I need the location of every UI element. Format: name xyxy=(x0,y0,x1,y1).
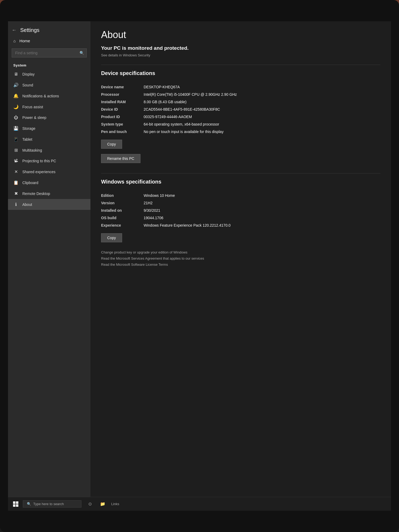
sidebar-item-notifications[interactable]: 🔔 Notifications & actions xyxy=(8,90,90,101)
experience-label: Experience xyxy=(101,223,144,227)
sidebar-header: ← Settings xyxy=(8,24,90,35)
product-id-value: 00325-97249-44446-AAOEM xyxy=(144,115,380,119)
taskbar-search[interactable]: 🔍 Type here to search xyxy=(23,500,81,508)
sidebar-item-tablet[interactable]: 📱 Tablet xyxy=(8,134,90,145)
sidebar-item-about[interactable]: ℹ About xyxy=(8,199,90,210)
device-spec-table: Device name DESKTOP-KHEQ67A Processor In… xyxy=(101,83,380,135)
sidebar-item-shared-label: Shared experiences xyxy=(22,170,56,174)
sidebar-item-storage[interactable]: 💾 Storage xyxy=(8,123,90,134)
system-type-value: 64-bit operating system, x64-based proce… xyxy=(144,122,380,126)
spec-row-os-build: OS build 19044.1706 xyxy=(101,214,380,222)
svg-rect-0 xyxy=(13,501,15,504)
device-specs-heading: Device specifications xyxy=(101,70,380,78)
search-icon: 🔍 xyxy=(80,51,84,55)
sidebar-item-display[interactable]: 🖥 Display xyxy=(8,69,90,80)
sidebar: ← Settings ⌂ Home 🔍 System 🖥 Display 🔊 S… xyxy=(8,21,90,511)
home-label: Home xyxy=(19,39,30,43)
taskbar-search-icon: 🔍 xyxy=(27,502,31,506)
device-name-value: DESKTOP-KHEQ67A xyxy=(144,85,380,89)
ms-services-agreement-link[interactable]: Read the Microsoft Services Agreement th… xyxy=(101,256,380,260)
remote-icon: ✖ xyxy=(13,191,19,196)
spec-row-installed-on: Installed on 9/30/2021 xyxy=(101,207,380,214)
spec-row-ram: Installed RAM 8.00 GB (6.43 GB usable) xyxy=(101,98,380,106)
main-content: About Your PC is monitored and protected… xyxy=(90,21,391,511)
copy-windows-button[interactable]: Copy xyxy=(101,233,122,242)
taskbar: 🔍 Type here to search ⊙ 📁 Links xyxy=(8,497,391,511)
storage-icon: 💾 xyxy=(13,126,19,131)
start-button[interactable] xyxy=(11,499,21,509)
sidebar-item-projecting[interactable]: 📽 Projecting to this PC xyxy=(8,156,90,166)
page-title: About xyxy=(101,29,380,40)
search-input[interactable] xyxy=(12,48,87,57)
sidebar-item-power[interactable]: ⏻ Power & sleep xyxy=(8,112,90,123)
product-id-label: Product ID xyxy=(101,115,144,119)
pen-touch-value: No pen or touch input is available for t… xyxy=(144,130,380,134)
sidebar-item-multitasking-label: Multitasking xyxy=(22,148,42,152)
back-button[interactable]: ← xyxy=(12,27,16,33)
edition-value: Windows 10 Home xyxy=(144,193,380,198)
sidebar-item-multitasking[interactable]: ⊞ Multitasking xyxy=(8,145,90,156)
sound-icon: 🔊 xyxy=(13,82,19,88)
sidebar-item-power-label: Power & sleep xyxy=(22,115,46,120)
processor-label: Processor xyxy=(101,92,144,97)
divider-2 xyxy=(101,173,380,173)
device-id-label: Device ID xyxy=(101,107,144,111)
ram-label: Installed RAM xyxy=(101,100,144,104)
sidebar-item-focus[interactable]: 🌙 Focus assist xyxy=(8,101,90,112)
spec-row-processor: Processor Intel(R) Core(TM) i5-10400F CP… xyxy=(101,91,380,98)
sidebar-item-home[interactable]: ⌂ Home xyxy=(8,35,90,46)
sidebar-item-remote-label: Remote Desktop xyxy=(22,192,50,196)
multitasking-icon: ⊞ xyxy=(13,148,19,153)
task-view-icon[interactable]: ⊙ xyxy=(86,500,94,508)
sidebar-item-sound-label: Sound xyxy=(22,83,33,87)
display-icon: 🖥 xyxy=(13,72,19,77)
taskbar-search-text: Type here to search xyxy=(33,502,64,506)
spec-row-device-name: Device name DESKTOP-KHEQ67A xyxy=(101,83,380,91)
file-explorer-icon[interactable]: 📁 xyxy=(98,500,107,508)
installed-on-label: Installed on xyxy=(101,208,144,213)
notifications-icon: 🔔 xyxy=(13,93,19,98)
spec-row-edition: Edition Windows 10 Home xyxy=(101,192,380,199)
sidebar-item-focus-label: Focus assist xyxy=(22,105,43,109)
protection-link[interactable]: See details in Windows Security xyxy=(101,53,380,57)
sidebar-item-tablet-label: Tablet xyxy=(22,137,32,142)
copy-device-button[interactable]: Copy xyxy=(101,140,122,149)
spec-row-product-id: Product ID 00325-97249-44446-AAOEM xyxy=(101,113,380,120)
home-icon: ⌂ xyxy=(13,39,16,43)
processor-value: Intel(R) Core(TM) i5-10400F CPU @ 2.90GH… xyxy=(144,92,380,97)
sidebar-item-clipboard[interactable]: 📋 Clipboard xyxy=(8,177,90,188)
pen-touch-label: Pen and touch xyxy=(101,130,144,134)
protection-status: Your PC is monitored and protected. xyxy=(101,45,380,51)
sidebar-item-about-label: About xyxy=(22,202,32,207)
os-build-value: 19044.1706 xyxy=(144,216,380,220)
change-product-key-link[interactable]: Change product key or upgrade your editi… xyxy=(101,250,380,254)
os-build-label: OS build xyxy=(101,216,144,220)
rename-pc-button[interactable]: Rename this PC xyxy=(101,154,140,163)
power-icon: ⏻ xyxy=(13,115,19,120)
installed-on-value: 9/30/2021 xyxy=(144,208,380,213)
spec-row-system-type: System type 64-bit operating system, x64… xyxy=(101,120,380,128)
device-id-value: 2CAD5544-8BE1-4AF5-891E-42580BA30F8C xyxy=(144,107,380,111)
spec-row-pen-touch: Pen and touch No pen or touch input is a… xyxy=(101,128,380,135)
sidebar-item-notifications-label: Notifications & actions xyxy=(22,94,59,98)
spec-row-device-id: Device ID 2CAD5544-8BE1-4AF5-891E-42580B… xyxy=(101,106,380,113)
projecting-icon: 📽 xyxy=(13,159,19,163)
sidebar-item-shared[interactable]: ✕ Shared experiences xyxy=(8,166,90,177)
focus-icon: 🌙 xyxy=(13,104,19,109)
windows-specs-heading: Windows specifications xyxy=(101,179,380,186)
version-label: Version xyxy=(101,201,144,205)
spec-row-version: Version 21H2 xyxy=(101,199,380,207)
sidebar-item-remote[interactable]: ✖ Remote Desktop xyxy=(8,188,90,199)
sidebar-item-clipboard-label: Clipboard xyxy=(22,181,38,185)
sidebar-item-projecting-label: Projecting to this PC xyxy=(22,159,56,163)
system-type-label: System type xyxy=(101,122,144,126)
clipboard-icon: 📋 xyxy=(13,180,19,185)
svg-rect-2 xyxy=(13,504,15,507)
sidebar-item-sound[interactable]: 🔊 Sound xyxy=(8,80,90,90)
tablet-icon: 📱 xyxy=(13,137,19,142)
search-box: 🔍 xyxy=(12,48,87,57)
taskbar-icons: ⊙ 📁 Links xyxy=(86,500,119,508)
edition-label: Edition xyxy=(101,193,144,198)
ms-license-terms-link[interactable]: Read the Microsoft Software License Term… xyxy=(101,263,380,267)
about-icon: ℹ xyxy=(13,202,19,207)
